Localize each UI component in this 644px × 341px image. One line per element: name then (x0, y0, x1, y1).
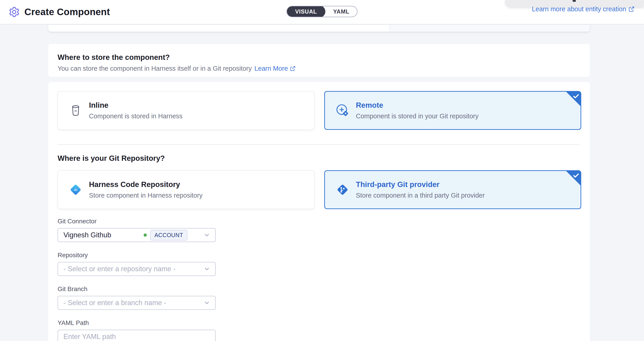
toggle-option-visual[interactable]: VISUAL (286, 6, 326, 17)
thirdparty-git-icon (336, 183, 350, 196)
option-title: Inline (89, 101, 182, 110)
option-description: Component is stored in Harness (89, 112, 182, 120)
storage-type-options: ‹/› Inline Component is stored in Harnes… (58, 91, 581, 130)
svg-text:‹/›: ‹/› (74, 109, 77, 112)
yaml-path-label: YAML Path (58, 319, 216, 326)
external-link-icon (290, 66, 296, 71)
storage-config-card: ‹/› Inline Component is stored in Harnes… (48, 82, 590, 341)
previous-section-card-bottom (48, 25, 590, 32)
git-connector-value: Vignesh Github (64, 231, 111, 239)
git-provider-options: ‹/› Harness Code Repository Store compon… (58, 170, 581, 209)
option-card-remote[interactable]: Remote Component is stored in your Git r… (324, 91, 581, 130)
git-branch-placeholder: - Select or enter a branch name - (64, 299, 166, 307)
learn-more-entity-label: Learn more about entity creation (532, 6, 626, 13)
selected-corner-badge (566, 92, 580, 106)
create-component-page: Create Component VISUAL YAML Learn more … (0, 0, 644, 341)
git-branch-label: Git Branch (58, 286, 216, 293)
storage-subtitle: You can store the component in Harness i… (58, 65, 252, 72)
svg-text:‹/›: ‹/› (74, 188, 78, 192)
storage-learn-more-link[interactable]: Learn More (254, 65, 296, 72)
option-card-thirdparty-git[interactable]: Third-party Git provider Store component… (324, 170, 581, 209)
gear-icon (8, 6, 20, 18)
check-icon (572, 172, 580, 179)
option-description: Store component in Harness repository (89, 192, 202, 199)
repository-placeholder: - Select or enter a repository name - (64, 265, 176, 273)
popover-caret (573, 0, 576, 2)
option-title: Remote (356, 101, 478, 110)
git-connector-label: Git Connector (58, 218, 216, 225)
previous-section-side-panel (390, 25, 590, 32)
option-description: Store component in a third party Git pro… (356, 192, 485, 199)
git-branch-select[interactable]: - Select or enter a branch name - (58, 296, 216, 310)
section-divider (58, 144, 580, 145)
git-connector-select[interactable]: Vignesh Github ACCOUNT (58, 228, 216, 242)
check-icon (572, 92, 580, 100)
git-details-form: Git Connector Vignesh Github ACCOUNT Rep… (58, 218, 216, 341)
chevron-down-icon (204, 266, 210, 272)
option-card-inline[interactable]: ‹/› Inline Component is stored in Harnes… (58, 91, 314, 130)
selected-corner-badge (566, 171, 580, 186)
external-link-icon (628, 6, 634, 12)
connector-scope-badge: ACCOUNT (150, 230, 188, 240)
toggle-option-yaml[interactable]: YAML (326, 6, 357, 17)
inline-storage-icon: ‹/› (69, 104, 83, 116)
remote-storage-icon (336, 104, 350, 118)
option-title: Third-party Git provider (356, 180, 485, 189)
repository-select[interactable]: - Select or enter a repository name - (58, 262, 216, 276)
connector-status-dot (144, 234, 147, 237)
repository-label: Repository (58, 252, 216, 259)
harness-code-repo-icon: ‹/› (69, 183, 83, 196)
git-repo-heading: Where is your Git Repository? (58, 154, 581, 162)
option-card-harness-code[interactable]: ‹/› Harness Code Repository Store compon… (58, 170, 314, 209)
learn-more-entity-link[interactable]: Learn more about entity creation (532, 6, 634, 13)
page-header: Create Component VISUAL YAML Learn more … (0, 0, 644, 24)
yaml-path-input[interactable] (58, 330, 216, 341)
option-title: Harness Code Repository (89, 180, 202, 189)
option-description: Component is stored in your Git reposito… (356, 112, 478, 120)
chevron-down-icon (204, 232, 210, 238)
storage-section-header: Where to store the component? You can st… (48, 44, 590, 77)
storage-heading: Where to store the component? (58, 53, 581, 62)
chevron-down-icon (204, 300, 210, 306)
visual-yaml-toggle: VISUAL YAML (286, 6, 358, 17)
page-title: Create Component (24, 6, 110, 18)
